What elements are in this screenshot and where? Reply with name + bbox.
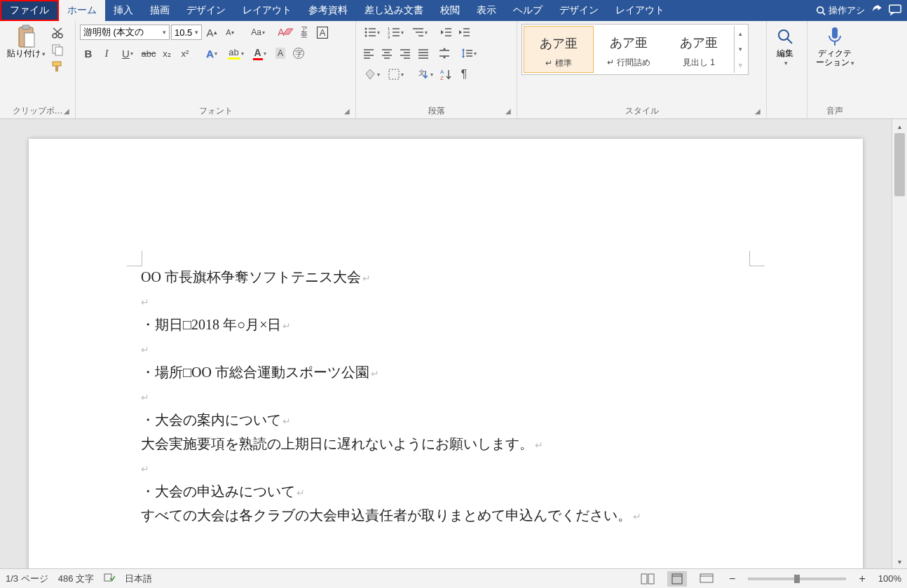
doc-empty-line[interactable]: ↵ [141,345,149,355]
strike-button[interactable]: abc [140,45,157,62]
show-marks-button[interactable]: ¶ [456,66,472,83]
subscript-button[interactable]: x₂ [158,45,175,62]
style-normal[interactable]: あア亜 ↵ 標準 [524,26,594,73]
doc-line[interactable]: ・期日□2018 年○月×日 [141,313,751,336]
style-heading1[interactable]: あア亜 見出し 1 [664,26,734,73]
tab-tabletools-layout[interactable]: レイアウト [607,0,673,21]
highlight-button[interactable]: ab [224,45,247,62]
styles-expand[interactable]: ▿ [735,57,746,73]
styles-launcher[interactable]: ◢ [755,107,763,116]
view-print-button[interactable] [667,571,687,587]
enclose-char-button[interactable]: 字 [290,45,307,62]
doc-empty-line[interactable]: ↵ [141,392,149,403]
distribute-button[interactable] [433,45,456,62]
page-indicator[interactable]: 1/3 ページ [6,573,48,585]
font-name-combo[interactable]: 游明朝 (本文の▾ [80,25,170,40]
doc-line[interactable]: すべての大会は各クラブの大会申込責任者が取りまとめて申込んでください。 [141,503,751,527]
borders-button[interactable] [384,66,407,83]
doc-line[interactable]: ・大会の案内について [141,408,751,432]
tab-help[interactable]: ヘルプ [505,0,551,21]
grow-font-button[interactable]: A▴ [203,24,220,41]
svg-point-61 [779,30,789,40]
zoom-level[interactable]: 100% [878,573,901,584]
find-button[interactable]: 編集 [771,24,799,69]
font-size-combo[interactable]: 10.5▾ [171,25,202,40]
phonetic-guide-button[interactable]: ア亜 [296,24,313,41]
tab-design[interactable]: デザイン [178,0,234,21]
style-nospacing[interactable]: あア亜 ↵ 行間詰め [594,26,664,73]
svg-point-0 [817,7,824,13]
scroll-thumb[interactable] [894,133,905,196]
scroll-track[interactable] [892,133,907,554]
paragraph-launcher[interactable]: ◢ [505,107,514,116]
align-right-button[interactable] [397,45,414,62]
superscript-button[interactable]: x² [177,45,193,62]
multilevel-button[interactable] [408,24,430,41]
shading-button[interactable] [360,66,383,83]
tab-home[interactable]: ホーム [59,0,105,21]
styles-scroll-up[interactable]: ▴ [735,26,746,41]
font-launcher[interactable]: ◢ [344,107,353,116]
sort-button[interactable]: AZ [437,66,454,83]
font-color-button[interactable]: A [248,45,271,62]
tab-view[interactable]: 表示 [468,0,505,21]
align-center-button[interactable] [379,45,395,62]
tab-tabletools-design[interactable]: デザイン [551,0,607,21]
format-painter-icon[interactable] [51,60,64,73]
vertical-scrollbar[interactable]: ▴ ▾ [892,119,907,568]
scroll-down-button[interactable]: ▾ [892,554,907,568]
tab-file[interactable]: ファイル [0,0,59,21]
underline-button[interactable]: U [116,45,139,62]
bullets-button[interactable] [360,24,383,41]
tell-me-search[interactable]: 操作アシ [816,4,865,17]
doc-empty-line[interactable]: ↵ [141,297,149,308]
justify-button[interactable] [415,45,432,62]
tab-review[interactable]: 校閲 [432,0,468,21]
text-direction-button[interactable]: 文 [414,66,436,83]
tab-draw[interactable]: 描画 [142,0,178,21]
doc-line[interactable]: ・大会の申込みについて [141,479,751,503]
char-border-button[interactable]: A [314,24,331,41]
spellcheck-icon[interactable] [104,573,115,584]
clipboard-launcher[interactable]: ◢ [64,107,72,116]
copy-icon[interactable] [51,43,64,56]
scroll-up-button[interactable]: ▴ [892,119,907,133]
numbering-button[interactable]: 123 [384,24,407,41]
char-shading-button[interactable]: A [272,45,289,62]
svg-point-14 [364,28,367,30]
line-spacing-button[interactable] [457,45,479,62]
dictate-button[interactable]: ディクテーション [812,24,858,69]
language-indicator[interactable]: 日本語 [125,573,152,585]
zoom-slider[interactable] [748,577,846,580]
share-icon[interactable] [871,4,883,18]
zoom-thumb[interactable] [794,575,800,583]
bold-button[interactable]: B [80,45,97,62]
doc-line[interactable]: 大会実施要項を熟読の上期日に遅れないようにお願いします。 [141,432,751,456]
clear-format-button[interactable]: A [278,24,294,41]
align-left-button[interactable] [360,45,377,62]
view-read-button[interactable] [638,571,657,587]
comments-icon[interactable] [889,4,901,18]
svg-rect-70 [700,574,713,582]
zoom-out-button[interactable]: − [726,573,738,585]
styles-scroll-down[interactable]: ▾ [735,41,746,57]
document-area[interactable]: OO 市長旗杯争奪ソフトテニス大会 ↵ ・期日□2018 年○月×日 ↵ ・場所… [0,119,892,568]
text-effects-button[interactable]: A [200,45,223,62]
doc-line[interactable]: OO 市長旗杯争奪ソフトテニス大会 [141,265,751,289]
view-web-button[interactable] [697,571,716,587]
tab-layout[interactable]: レイアウト [234,0,300,21]
zoom-in-button[interactable]: + [856,573,868,585]
shrink-font-button[interactable]: A▾ [221,24,238,41]
paste-button[interactable]: 貼り付け [4,24,48,60]
tab-references[interactable]: 参考資料 [300,0,356,21]
doc-line[interactable]: ・場所□OO 市総合運動スポーツ公園 [141,360,751,384]
increase-indent-button[interactable] [456,24,472,41]
tab-mailings[interactable]: 差し込み文書 [356,0,432,21]
change-case-button[interactable]: Aa [247,24,269,41]
doc-empty-line[interactable]: ↵ [141,464,149,474]
decrease-indent-button[interactable] [437,24,454,41]
tab-insert[interactable]: 挿入 [105,0,142,21]
italic-button[interactable]: I [98,45,115,62]
cut-icon[interactable] [51,27,64,39]
word-count[interactable]: 486 文字 [58,573,94,585]
